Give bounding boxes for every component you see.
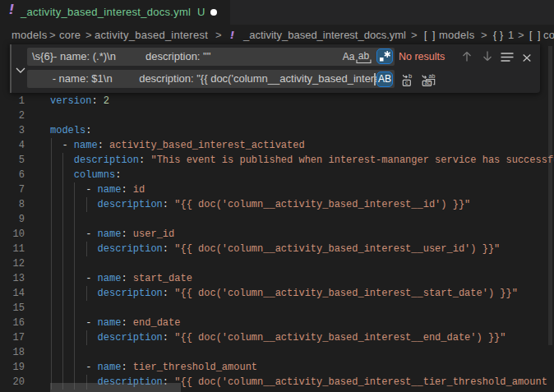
svg-text:ac: ac: [424, 80, 431, 85]
svg-text:b: b: [409, 73, 412, 80]
svg-text:c: c: [405, 79, 409, 86]
svg-text:ab: ab: [429, 73, 436, 79]
